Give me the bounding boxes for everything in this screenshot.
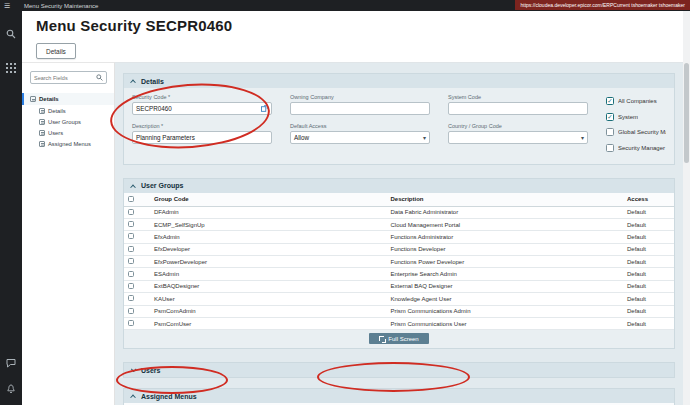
column-header-description[interactable]: Description: [387, 193, 624, 207]
row-checkbox[interactable]: [128, 258, 134, 264]
user-group-row[interactable]: ESAdminEnterprise Search AdminDefault: [124, 268, 674, 280]
sidebar-item-users[interactable]: Users: [22, 127, 114, 138]
users-section-header[interactable]: Users: [124, 363, 674, 377]
security-code-input[interactable]: SECPR0460: [132, 102, 272, 115]
row-checkbox[interactable]: [128, 295, 134, 301]
select-all-checkbox[interactable]: [128, 196, 134, 202]
vertical-scrollbar[interactable]: [683, 11, 690, 405]
user-group-row[interactable]: ExtBAQDesignerExternal BAQ DesignerDefau…: [124, 280, 674, 292]
row-select-cell[interactable]: [124, 317, 150, 329]
default-access-value: Allow: [294, 134, 309, 141]
checkbox-all-companies[interactable]: ✓All Companies: [606, 97, 666, 105]
checkbox-label: All Companies: [618, 98, 657, 104]
sidebar-item-user-groups[interactable]: User Groups: [22, 116, 114, 127]
cell-description: Enterprise Search Admin: [387, 268, 624, 280]
user-groups-table: Group CodeDescriptionAccess DFAdminData …: [124, 193, 674, 331]
default-access-dropdown[interactable]: Allow ▾: [290, 131, 430, 144]
expand-icon: [379, 336, 384, 341]
description-value: Planning Parameters: [136, 134, 195, 141]
row-select-cell[interactable]: [124, 218, 150, 230]
details-section-title: Details: [141, 78, 164, 85]
user-groups-section-title: User Groups: [141, 182, 183, 189]
user-group-row[interactable]: DFAdminData Fabric AdministratorDefault: [124, 206, 674, 218]
collapse-chevron-icon[interactable]: [130, 395, 136, 401]
user-group-row[interactable]: EfxDeveloperFunctions DeveloperDefault: [124, 243, 674, 255]
cell-group-code: KAUser: [150, 293, 387, 305]
details-section-header[interactable]: Details: [124, 74, 674, 88]
cell-group-code: PsmComUser: [150, 317, 387, 329]
checkbox-global-security-man[interactable]: Global Security Man: [606, 128, 666, 136]
checkbox-box[interactable]: [606, 128, 614, 136]
full-screen-button[interactable]: Full Screen: [369, 333, 428, 344]
owning-company-input[interactable]: [290, 102, 430, 115]
row-select-cell[interactable]: [124, 293, 150, 305]
chevron-down-icon: ▾: [581, 134, 584, 141]
checkbox-security-manager-o[interactable]: Security Manager O: [606, 144, 666, 152]
details-button[interactable]: Details: [36, 43, 76, 59]
row-checkbox[interactable]: [128, 320, 134, 326]
row-select-cell[interactable]: [124, 280, 150, 292]
user-group-row[interactable]: EfxPowerDeveloperFunctions Power Develop…: [124, 256, 674, 268]
row-checkbox[interactable]: [128, 233, 134, 239]
row-checkbox[interactable]: [128, 271, 134, 277]
cell-description: Knowledge Agent User: [387, 293, 624, 305]
row-checkbox[interactable]: [128, 283, 134, 289]
row-checkbox[interactable]: [128, 209, 134, 215]
row-checkbox[interactable]: [128, 221, 134, 227]
country-group-code-dropdown[interactable]: ▾: [448, 131, 588, 144]
cell-description: Data Fabric Administrator: [387, 206, 624, 218]
search-fields-box[interactable]: [30, 71, 107, 84]
checkbox-box[interactable]: [606, 144, 614, 152]
row-select-cell[interactable]: [124, 243, 150, 255]
checkbox-system[interactable]: ✓System: [606, 113, 666, 121]
expand-chevron-icon[interactable]: [131, 367, 137, 373]
cell-group-code: ESAdmin: [150, 268, 387, 280]
collapse-chevron-icon[interactable]: [130, 184, 136, 190]
collapse-chevron-icon[interactable]: [130, 80, 136, 86]
scrollbar-thumb[interactable]: [684, 63, 689, 163]
column-header-access[interactable]: Access: [623, 193, 674, 207]
row-select-cell[interactable]: [124, 231, 150, 243]
chat-icon[interactable]: [6, 358, 16, 368]
assigned-menus-section-header[interactable]: Assigned Menus: [124, 389, 674, 403]
sidebar-item-assigned-menus[interactable]: Assigned Menus: [22, 138, 114, 149]
row-select-cell[interactable]: [124, 256, 150, 268]
cell-description: Functions Developer: [387, 243, 624, 255]
user-group-row[interactable]: PsmComAdminPrism Communications AdminDef…: [124, 305, 674, 317]
user-group-row[interactable]: KAUserKnowledge Agent UserDefault: [124, 293, 674, 305]
checkbox-box[interactable]: ✓: [606, 97, 614, 105]
search-icon[interactable]: [6, 29, 16, 39]
row-select-cell[interactable]: [124, 206, 150, 218]
security-code-label: Security Code *: [132, 94, 272, 100]
user-group-row[interactable]: PsmComUserPrism Communications UserDefau…: [124, 317, 674, 329]
user-group-row[interactable]: ECMP_SelfSignUpCloud Management PortalDe…: [124, 218, 674, 230]
page-title: Menu Security SECPR0460: [36, 17, 232, 34]
apps-grid-icon[interactable]: [6, 63, 16, 73]
select-all-header[interactable]: [124, 193, 150, 207]
column-header-group-code[interactable]: Group Code: [150, 193, 387, 207]
row-select-cell[interactable]: [124, 305, 150, 317]
sidebar-item-details[interactable]: Details: [22, 105, 114, 116]
user-groups-body: DFAdminData Fabric AdministratorDefaultE…: [124, 206, 674, 330]
cell-description: Cloud Management Portal: [387, 218, 624, 230]
country-group-code-label: Country / Group Code: [448, 123, 588, 129]
cell-access: Default: [623, 218, 674, 230]
sidebar-tree-root[interactable]: Details: [22, 93, 114, 105]
row-checkbox[interactable]: [128, 308, 134, 314]
search-fields-input[interactable]: [34, 75, 96, 81]
user-group-row[interactable]: EfxAdminFunctions AdministratorDefault: [124, 231, 674, 243]
system-code-input[interactable]: [448, 102, 588, 115]
details-icon: [39, 108, 45, 114]
users-icon: [39, 130, 45, 136]
hamburger-menu-icon[interactable]: ☰: [4, 1, 10, 10]
row-select-cell[interactable]: [124, 268, 150, 280]
checkbox-box[interactable]: ✓: [606, 113, 614, 121]
user-groups-section-header[interactable]: User Groups: [124, 179, 674, 193]
bell-icon[interactable]: [6, 384, 16, 394]
description-input[interactable]: Planning Parameters: [132, 131, 272, 144]
description-label: Description *: [132, 123, 272, 129]
details-fields: Security Code * SECPR0460 Description * …: [124, 88, 674, 164]
peek-lookup-icon[interactable]: [261, 105, 268, 112]
details-root-icon: [30, 96, 36, 102]
row-checkbox[interactable]: [128, 246, 134, 252]
